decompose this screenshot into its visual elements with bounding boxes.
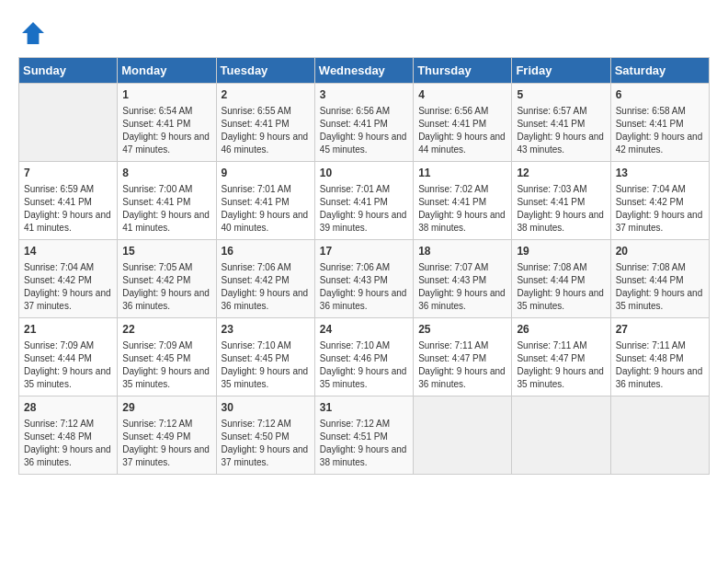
calendar-week-row: 7Sunrise: 6:59 AM Sunset: 4:41 PM Daylig… xyxy=(19,162,710,240)
day-number: 28 xyxy=(24,400,112,416)
day-number: 9 xyxy=(222,166,310,181)
page-header xyxy=(18,18,710,48)
day-info: Sunrise: 7:11 AM Sunset: 4:47 PM Dayligh… xyxy=(418,339,506,391)
calendar-cell: 10Sunrise: 7:01 AM Sunset: 4:41 PM Dayli… xyxy=(314,162,413,240)
calendar-week-row: 21Sunrise: 7:09 AM Sunset: 4:44 PM Dayli… xyxy=(19,318,710,396)
day-info: Sunrise: 7:11 AM Sunset: 4:48 PM Dayligh… xyxy=(616,339,704,391)
day-info: Sunrise: 6:59 AM Sunset: 4:41 PM Dayligh… xyxy=(24,183,112,235)
day-number: 24 xyxy=(320,322,408,338)
calendar-cell: 1Sunrise: 6:54 AM Sunset: 4:41 PM Daylig… xyxy=(118,84,216,162)
calendar-cell: 13Sunrise: 7:04 AM Sunset: 4:42 PM Dayli… xyxy=(610,162,709,240)
calendar-cell: 21Sunrise: 7:09 AM Sunset: 4:44 PM Dayli… xyxy=(19,318,118,396)
calendar-cell: 11Sunrise: 7:02 AM Sunset: 4:41 PM Dayli… xyxy=(414,162,512,240)
calendar-cell: 31Sunrise: 7:12 AM Sunset: 4:51 PM Dayli… xyxy=(314,396,413,475)
weekday-header: Friday xyxy=(512,58,610,84)
calendar-cell xyxy=(19,84,118,162)
day-info: Sunrise: 7:09 AM Sunset: 4:44 PM Dayligh… xyxy=(24,339,112,391)
logo-icon xyxy=(18,18,48,48)
day-number: 30 xyxy=(222,400,310,416)
day-info: Sunrise: 7:12 AM Sunset: 4:49 PM Dayligh… xyxy=(122,418,210,469)
day-info: Sunrise: 7:04 AM Sunset: 4:42 PM Dayligh… xyxy=(24,261,112,313)
day-info: Sunrise: 7:03 AM Sunset: 4:41 PM Dayligh… xyxy=(517,183,605,235)
calendar-cell xyxy=(414,396,512,475)
day-info: Sunrise: 6:54 AM Sunset: 4:41 PM Dayligh… xyxy=(122,105,210,156)
day-info: Sunrise: 6:57 AM Sunset: 4:41 PM Dayligh… xyxy=(517,105,605,156)
day-number: 5 xyxy=(517,87,605,103)
weekday-header: Monday xyxy=(118,58,216,84)
calendar-cell: 8Sunrise: 7:00 AM Sunset: 4:41 PM Daylig… xyxy=(118,162,216,240)
calendar-cell: 19Sunrise: 7:08 AM Sunset: 4:44 PM Dayli… xyxy=(512,240,610,318)
weekday-header: Wednesday xyxy=(314,58,413,84)
svg-marker-0 xyxy=(22,22,44,44)
day-number: 31 xyxy=(320,400,408,416)
calendar-cell: 6Sunrise: 6:58 AM Sunset: 4:41 PM Daylig… xyxy=(610,84,709,162)
day-number: 15 xyxy=(122,244,210,259)
day-info: Sunrise: 7:05 AM Sunset: 4:42 PM Dayligh… xyxy=(122,261,210,313)
day-number: 3 xyxy=(320,87,408,103)
day-number: 6 xyxy=(616,87,704,103)
day-info: Sunrise: 7:04 AM Sunset: 4:42 PM Dayligh… xyxy=(616,183,704,235)
day-info: Sunrise: 6:56 AM Sunset: 4:41 PM Dayligh… xyxy=(320,105,408,156)
calendar-cell: 15Sunrise: 7:05 AM Sunset: 4:42 PM Dayli… xyxy=(118,240,216,318)
day-info: Sunrise: 6:55 AM Sunset: 4:41 PM Dayligh… xyxy=(222,105,310,156)
day-number: 13 xyxy=(616,166,704,181)
day-info: Sunrise: 7:09 AM Sunset: 4:45 PM Dayligh… xyxy=(122,339,210,391)
weekday-header: Sunday xyxy=(19,58,118,84)
day-info: Sunrise: 7:06 AM Sunset: 4:43 PM Dayligh… xyxy=(320,261,408,313)
day-number: 20 xyxy=(616,244,704,259)
calendar-cell: 14Sunrise: 7:04 AM Sunset: 4:42 PM Dayli… xyxy=(19,240,118,318)
weekday-header: Thursday xyxy=(414,58,512,84)
calendar-cell: 7Sunrise: 6:59 AM Sunset: 4:41 PM Daylig… xyxy=(19,162,118,240)
calendar-cell: 27Sunrise: 7:11 AM Sunset: 4:48 PM Dayli… xyxy=(610,318,709,396)
day-number: 16 xyxy=(222,244,310,259)
calendar-cell: 17Sunrise: 7:06 AM Sunset: 4:43 PM Dayli… xyxy=(314,240,413,318)
day-info: Sunrise: 6:58 AM Sunset: 4:41 PM Dayligh… xyxy=(616,105,704,156)
day-number: 11 xyxy=(418,166,506,181)
day-number: 26 xyxy=(517,322,605,338)
calendar-cell: 4Sunrise: 6:56 AM Sunset: 4:41 PM Daylig… xyxy=(414,84,512,162)
day-number: 25 xyxy=(418,322,506,338)
calendar-cell xyxy=(610,396,709,475)
day-number: 8 xyxy=(122,166,210,181)
calendar-cell: 22Sunrise: 7:09 AM Sunset: 4:45 PM Dayli… xyxy=(118,318,216,396)
day-number: 22 xyxy=(122,322,210,338)
calendar-cell: 5Sunrise: 6:57 AM Sunset: 4:41 PM Daylig… xyxy=(512,84,610,162)
weekday-header: Tuesday xyxy=(216,58,314,84)
day-info: Sunrise: 7:00 AM Sunset: 4:41 PM Dayligh… xyxy=(122,183,210,235)
day-number: 2 xyxy=(222,87,310,103)
day-number: 14 xyxy=(24,244,112,259)
day-info: Sunrise: 7:08 AM Sunset: 4:44 PM Dayligh… xyxy=(616,261,704,313)
day-number: 18 xyxy=(418,244,506,259)
day-info: Sunrise: 7:12 AM Sunset: 4:51 PM Dayligh… xyxy=(320,418,408,469)
calendar-cell: 18Sunrise: 7:07 AM Sunset: 4:43 PM Dayli… xyxy=(414,240,512,318)
calendar-header: SundayMondayTuesdayWednesdayThursdayFrid… xyxy=(19,58,710,84)
day-number: 23 xyxy=(222,322,310,338)
day-number: 17 xyxy=(320,244,408,259)
day-number: 29 xyxy=(122,400,210,416)
calendar-cell: 9Sunrise: 7:01 AM Sunset: 4:41 PM Daylig… xyxy=(216,162,314,240)
day-info: Sunrise: 7:01 AM Sunset: 4:41 PM Dayligh… xyxy=(222,183,310,235)
calendar-week-row: 14Sunrise: 7:04 AM Sunset: 4:42 PM Dayli… xyxy=(19,240,710,318)
day-info: Sunrise: 7:08 AM Sunset: 4:44 PM Dayligh… xyxy=(517,261,605,313)
day-number: 19 xyxy=(517,244,605,259)
calendar-cell: 2Sunrise: 6:55 AM Sunset: 4:41 PM Daylig… xyxy=(216,84,314,162)
weekday-header-row: SundayMondayTuesdayWednesdayThursdayFrid… xyxy=(19,58,710,84)
calendar-week-row: 28Sunrise: 7:12 AM Sunset: 4:48 PM Dayli… xyxy=(19,396,710,475)
day-number: 7 xyxy=(24,166,112,181)
day-info: Sunrise: 7:07 AM Sunset: 4:43 PM Dayligh… xyxy=(418,261,506,313)
day-number: 1 xyxy=(122,87,210,103)
day-info: Sunrise: 7:11 AM Sunset: 4:47 PM Dayligh… xyxy=(517,339,605,391)
calendar-table: SundayMondayTuesdayWednesdayThursdayFrid… xyxy=(18,57,710,475)
day-info: Sunrise: 7:10 AM Sunset: 4:45 PM Dayligh… xyxy=(222,339,310,391)
calendar-cell: 26Sunrise: 7:11 AM Sunset: 4:47 PM Dayli… xyxy=(512,318,610,396)
day-info: Sunrise: 7:12 AM Sunset: 4:48 PM Dayligh… xyxy=(24,418,112,469)
calendar-cell: 3Sunrise: 6:56 AM Sunset: 4:41 PM Daylig… xyxy=(314,84,413,162)
calendar-cell xyxy=(512,396,610,475)
day-info: Sunrise: 7:02 AM Sunset: 4:41 PM Dayligh… xyxy=(418,183,506,235)
calendar-body: 1Sunrise: 6:54 AM Sunset: 4:41 PM Daylig… xyxy=(19,84,710,475)
calendar-cell: 12Sunrise: 7:03 AM Sunset: 4:41 PM Dayli… xyxy=(512,162,610,240)
day-number: 4 xyxy=(418,87,506,103)
day-info: Sunrise: 7:01 AM Sunset: 4:41 PM Dayligh… xyxy=(320,183,408,235)
day-info: Sunrise: 7:10 AM Sunset: 4:46 PM Dayligh… xyxy=(320,339,408,391)
day-number: 10 xyxy=(320,166,408,181)
